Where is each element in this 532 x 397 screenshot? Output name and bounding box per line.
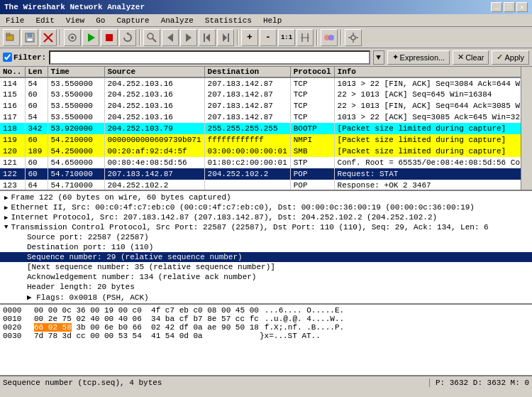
go-back-button[interactable] <box>162 29 179 46</box>
prefs-button[interactable] <box>345 29 362 46</box>
hex-row: 001000 2e 75 02 40 00 40 06 34 ba cf b7 … <box>3 315 529 323</box>
zoom-out-button[interactable]: - <box>260 29 277 46</box>
filter-input[interactable] <box>49 50 370 65</box>
table-row[interactable]: 1145453.550000204.252.103.16207.183.142.… <box>0 77 532 89</box>
expand-icon: ▶ <box>4 204 8 212</box>
detail-row[interactable]: [Next sequence number: 35 (relative sequ… <box>0 262 532 272</box>
svg-marker-16 <box>206 33 210 42</box>
expression-button[interactable]: ✦ Expression... <box>387 50 450 65</box>
detail-text: [Next sequence number: 35 (relative sequ… <box>27 263 275 271</box>
go-first-button[interactable] <box>199 29 216 46</box>
menu-view[interactable]: View <box>63 16 87 25</box>
svg-marker-18 <box>223 33 227 42</box>
close-capture-button[interactable] <box>40 29 57 46</box>
detail-text: ▶ Flags: 0x0018 (PSH, ACK) <box>27 293 149 302</box>
sep5 <box>340 30 342 45</box>
stop-capture-button[interactable] <box>101 29 118 46</box>
filterbar: Filter: ▼ ✦ Expression... ✕ Clear ✓ Appl… <box>0 48 532 67</box>
detail-row[interactable]: ▶Frame 122 (60 bytes on wire, 60 bytes c… <box>0 192 532 202</box>
title-text: The Wireshark Network Analyzer <box>4 3 145 11</box>
sep1 <box>60 30 61 45</box>
table-row[interactable]: 1236454.710000204.252.102.2POPResponse: … <box>0 180 532 190</box>
detail-text: Header length: 20 bytes <box>27 283 135 291</box>
table-row[interactable]: 11834253.920000204.252.103.79255.255.255… <box>0 123 532 134</box>
svg-point-8 <box>71 36 74 39</box>
maximize-button[interactable]: □ <box>504 2 515 12</box>
packet-detail[interactable]: ▶Frame 122 (60 bytes on wire, 60 bytes c… <box>0 191 532 305</box>
detail-text: Frame 122 (60 bytes on wire, 60 bytes ca… <box>11 193 231 202</box>
detail-row[interactable]: ▶Internet Protocol, Src: 207.183.142.87 … <box>0 212 532 222</box>
filter-dropdown-button[interactable]: ▼ <box>373 50 384 65</box>
restart-button[interactable] <box>119 29 136 46</box>
resize-columns-button[interactable] <box>297 29 314 46</box>
menu-analyze[interactable]: Analyze <box>158 16 196 25</box>
hex-dump: 000000 00 0c 36 00 19 00 c0 4f c7 eb c0 … <box>0 305 532 376</box>
sep2 <box>139 30 140 45</box>
menu-statistics[interactable]: Statistics <box>202 16 255 25</box>
status-right: P: 3632 D: 3632 M: 0 <box>429 379 529 387</box>
detail-row[interactable]: Acknowledgement number: 134 (relative ac… <box>0 272 532 282</box>
detail-row[interactable]: ▶Ethernet II, Src: 00:c0:4f:c7:eb:c0 (00… <box>0 202 532 212</box>
detail-row[interactable]: Sequence number: 29 (relative sequence n… <box>0 252 532 262</box>
minimize-button[interactable]: _ <box>491 2 502 12</box>
filter-label: Filter: <box>3 53 46 62</box>
close-button[interactable]: ✕ <box>516 2 528 12</box>
toolbar: + - 1:1 <box>0 27 532 48</box>
start-capture-button[interactable] <box>82 29 99 46</box>
save-button[interactable] <box>21 29 38 46</box>
detail-text: Acknowledgement number: 134 (relative ac… <box>27 273 256 281</box>
menu-capture[interactable]: Capture <box>113 16 152 25</box>
detail-row[interactable]: ▼Transmission Control Protocol, Src Port… <box>0 222 532 232</box>
filter-checkbox[interactable] <box>3 53 12 62</box>
go-forward-button[interactable] <box>180 29 197 46</box>
table-row[interactable]: 1156053.550000204.252.103.16207.183.142.… <box>0 89 532 100</box>
svg-marker-9 <box>88 33 95 42</box>
menu-edit[interactable]: Edit <box>33 16 57 25</box>
table-row[interactable]: 12018954.25000000:20:af:92:d4:5f03:00:00… <box>0 146 532 157</box>
menu-go[interactable]: Go <box>93 16 108 25</box>
expand-icon: ▼ <box>4 224 8 231</box>
menu-file[interactable]: File <box>3 16 27 25</box>
open-button[interactable] <box>3 29 20 46</box>
table-row[interactable]: 1196054.2100000000000000609739b071ffffff… <box>0 134 532 146</box>
color-filter-button[interactable] <box>321 29 338 46</box>
detail-row[interactable]: Header length: 20 bytes <box>0 282 532 292</box>
table-row[interactable]: 1216054.65000000:80:4e:08:5d:5601:80:c2:… <box>0 157 532 168</box>
hex-row: 000000 00 0c 36 00 19 00 c0 4f c7 eb c0 … <box>3 306 529 315</box>
hex-bytes: 00 2e 75 02 40 00 40 06 34 ba cf b7 8e 5… <box>34 315 259 323</box>
col-info: Info <box>334 67 532 77</box>
status-left: Sequence number (tcp.seq), 4 bytes <box>3 379 429 387</box>
hex-offset: 0000 <box>3 306 28 315</box>
packet-list-scrollbar[interactable] <box>521 67 532 190</box>
capture-options-button[interactable] <box>64 29 81 46</box>
detail-text: Internet Protocol, Src: 207.183.142.87 (… <box>11 213 437 222</box>
menu-help[interactable]: Help <box>260 16 284 25</box>
hex-row: 00307d 78 3d cc 00 00 53 54 41 54 0d 0a}… <box>3 332 529 340</box>
svg-point-24 <box>328 35 334 40</box>
packet-list: No.. Len Time Source Destination Protoco… <box>0 67 532 190</box>
apply-button[interactable]: ✓ Apply <box>492 50 529 65</box>
svg-point-25 <box>351 36 355 40</box>
sep3 <box>237 30 238 45</box>
zoom-in-button[interactable]: + <box>241 29 258 46</box>
find-button[interactable] <box>143 29 160 46</box>
svg-line-13 <box>153 38 156 42</box>
svg-point-12 <box>148 33 153 39</box>
detail-row[interactable]: Source port: 22587 (22587) <box>0 232 532 242</box>
detail-row[interactable]: Destination port: 110 (110) <box>0 242 532 252</box>
hex-offset: 0010 <box>3 315 28 323</box>
table-row[interactable]: 1166053.550000204.252.103.16207.183.142.… <box>0 100 532 112</box>
apply-icon: ✓ <box>497 53 503 62</box>
filter-label-text: Filter: <box>13 53 46 62</box>
detail-text: Sequence number: 29 (relative sequence n… <box>27 253 243 261</box>
detail-text: Ethernet II, Src: 00:c0:4f:c7:eb:c0 (00:… <box>11 203 475 212</box>
table-row[interactable]: 1226054.710000207.183.142.87204.252.102.… <box>0 168 532 180</box>
go-last-button[interactable] <box>217 29 234 46</box>
detail-row[interactable]: ▶ Flags: 0x0018 (PSH, ACK) <box>0 292 532 303</box>
menubar: File Edit View Go Capture Analyze Statis… <box>0 14 532 27</box>
table-row[interactable]: 1175453.550000204.252.103.16207.183.142.… <box>0 112 532 123</box>
hex-bytes: 00 00 0c 36 00 19 00 c0 4f c7 eb c0 08 0… <box>34 306 259 315</box>
clear-button[interactable]: ✕ Clear <box>453 50 489 65</box>
zoom-normal-button[interactable]: 1:1 <box>278 29 295 46</box>
hex-bytes: 66 02 58 3b 00 6e b0 66 02 42 df 0a ae 9… <box>34 323 259 332</box>
